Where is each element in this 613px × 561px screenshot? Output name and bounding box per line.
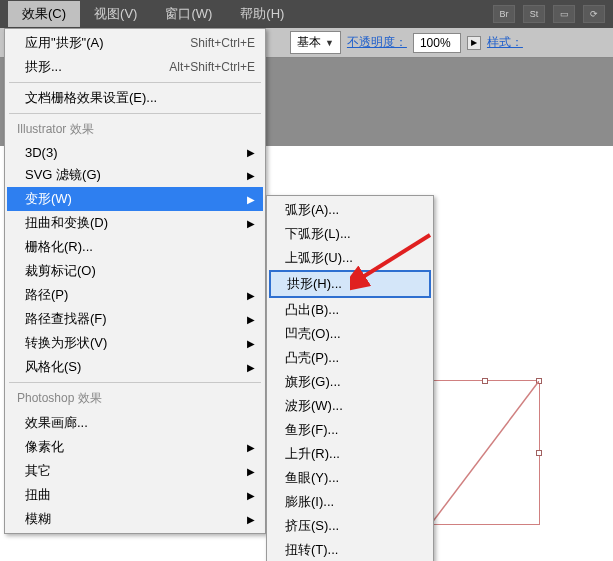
- handle-top-right[interactable]: [536, 378, 542, 384]
- submenu-arrow-icon: ▶: [247, 466, 255, 477]
- submenu-rise[interactable]: 上升(R)...: [269, 442, 431, 466]
- submenu-bulge[interactable]: 凸出(B)...: [269, 298, 431, 322]
- separator: [9, 113, 261, 114]
- sync-icon[interactable]: ⟳: [583, 5, 605, 23]
- menu-convert[interactable]: 转换为形状(V) ▶: [7, 331, 263, 355]
- menu-doc-raster-label: 文档栅格效果设置(E)...: [25, 89, 157, 107]
- submenu-arrow-icon: ▶: [247, 170, 255, 181]
- menu-pathfinder[interactable]: 路径查找器(F) ▶: [7, 307, 263, 331]
- bridge-icon[interactable]: Br: [493, 5, 515, 23]
- submenu-arch[interactable]: 拱形(H)...: [269, 270, 431, 298]
- submenu-arrow-icon: ▶: [247, 314, 255, 325]
- style-label[interactable]: 样式：: [487, 34, 523, 51]
- submenu-fisheye[interactable]: 鱼眼(Y)...: [269, 466, 431, 490]
- menu-blur-label: 模糊: [25, 510, 51, 528]
- shape-diagonal-line: [431, 381, 539, 524]
- menu-gallery[interactable]: 效果画廊...: [7, 411, 263, 435]
- transform-submenu: 弧形(A)... 下弧形(L)... 上弧形(U)... 拱形(H)... 凸出…: [266, 195, 434, 561]
- menu-svg-label: SVG 滤镜(G): [25, 166, 101, 184]
- separator: [9, 382, 261, 383]
- submenu-arrow-icon: ▶: [247, 194, 255, 205]
- submenu-twist[interactable]: 扭转(T)...: [269, 538, 431, 561]
- submenu-arc[interactable]: 弧形(A)...: [269, 198, 431, 222]
- svg-line-0: [431, 381, 539, 524]
- submenu-shell-upper[interactable]: 凸壳(P)...: [269, 346, 431, 370]
- menu-path-label: 路径(P): [25, 286, 68, 304]
- menu-arch-label: 拱形...: [25, 58, 62, 76]
- submenu-inflate[interactable]: 膨胀(I)...: [269, 490, 431, 514]
- submenu-shell-lower[interactable]: 凹壳(O)...: [269, 322, 431, 346]
- menu-stylize[interactable]: 风格化(S) ▶: [7, 355, 263, 379]
- menu-doc-raster[interactable]: 文档栅格效果设置(E)...: [7, 86, 263, 110]
- menu-crop[interactable]: 裁剪标记(O): [7, 259, 263, 283]
- menu-effects[interactable]: 效果(C): [8, 1, 80, 27]
- menu-apply-arch[interactable]: 应用"拱形"(A) Shift+Ctrl+E: [7, 31, 263, 55]
- menu-rasterize[interactable]: 栅格化(R)...: [7, 235, 263, 259]
- menu-distort-label: 扭曲和变换(D): [25, 214, 108, 232]
- submenu-arrow-icon: ▶: [247, 514, 255, 525]
- effects-menu: 应用"拱形"(A) Shift+Ctrl+E 拱形... Alt+Shift+C…: [4, 28, 266, 534]
- menu-distort2-label: 扭曲: [25, 486, 51, 504]
- menu-3d[interactable]: 3D(3) ▶: [7, 142, 263, 163]
- submenu-arrow-icon: ▶: [247, 218, 255, 229]
- stock-icon[interactable]: St: [523, 5, 545, 23]
- photoshop-effects-header: Photoshop 效果: [7, 386, 263, 411]
- menu-arch-shortcut: Alt+Shift+Ctrl+E: [169, 60, 255, 74]
- menu-crop-label: 裁剪标记(O): [25, 262, 96, 280]
- submenu-squeeze[interactable]: 挤压(S)...: [269, 514, 431, 538]
- menu-blur[interactable]: 模糊 ▶: [7, 507, 263, 531]
- menu-help[interactable]: 帮助(H): [226, 1, 298, 27]
- menubar: 效果(C) 视图(V) 窗口(W) 帮助(H) Br St ▭ ⟳: [0, 0, 613, 28]
- submenu-arrow-icon: ▶: [247, 290, 255, 301]
- menu-window[interactable]: 窗口(W): [151, 1, 226, 27]
- handle-top-mid[interactable]: [482, 378, 488, 384]
- menu-svg[interactable]: SVG 滤镜(G) ▶: [7, 163, 263, 187]
- menu-3d-label: 3D(3): [25, 145, 58, 160]
- menu-stylize-label: 风格化(S): [25, 358, 81, 376]
- menu-distort2[interactable]: 扭曲 ▶: [7, 483, 263, 507]
- style-dropdown[interactable]: 基本 ▼: [290, 31, 341, 54]
- menu-rasterize-label: 栅格化(R)...: [25, 238, 93, 256]
- menu-other[interactable]: 其它 ▶: [7, 459, 263, 483]
- arrange-icon[interactable]: ▭: [553, 5, 575, 23]
- style-dropdown-label: 基本: [297, 34, 321, 51]
- selection-bounding-box[interactable]: [430, 380, 540, 525]
- menu-apply-arch-label: 应用"拱形"(A): [25, 34, 104, 52]
- menu-path[interactable]: 路径(P) ▶: [7, 283, 263, 307]
- menu-arch[interactable]: 拱形... Alt+Shift+Ctrl+E: [7, 55, 263, 79]
- submenu-wave[interactable]: 波形(W)...: [269, 394, 431, 418]
- submenu-arc-upper[interactable]: 上弧形(U)...: [269, 246, 431, 270]
- submenu-arrow-icon: ▶: [247, 338, 255, 349]
- menu-transform-label: 变形(W): [25, 190, 72, 208]
- menu-pixelate-label: 像素化: [25, 438, 64, 456]
- menu-distort[interactable]: 扭曲和变换(D) ▶: [7, 211, 263, 235]
- opacity-input[interactable]: 100%: [413, 33, 461, 53]
- menu-convert-label: 转换为形状(V): [25, 334, 107, 352]
- submenu-arrow-icon: ▶: [247, 362, 255, 373]
- dropdown-arrow-icon: ▼: [325, 38, 334, 48]
- opacity-dropdown-arrow[interactable]: ▶: [467, 36, 481, 50]
- menu-pathfinder-label: 路径查找器(F): [25, 310, 107, 328]
- menubar-icons: Br St ▭ ⟳: [493, 5, 613, 23]
- submenu-arc-lower[interactable]: 下弧形(L)...: [269, 222, 431, 246]
- menu-apply-arch-shortcut: Shift+Ctrl+E: [190, 36, 255, 50]
- submenu-flag[interactable]: 旗形(G)...: [269, 370, 431, 394]
- handle-mid-right[interactable]: [536, 450, 542, 456]
- submenu-arrow-icon: ▶: [247, 147, 255, 158]
- menu-pixelate[interactable]: 像素化 ▶: [7, 435, 263, 459]
- menu-other-label: 其它: [25, 462, 51, 480]
- submenu-fish[interactable]: 鱼形(F)...: [269, 418, 431, 442]
- separator: [9, 82, 261, 83]
- submenu-arrow-icon: ▶: [247, 490, 255, 501]
- menu-view[interactable]: 视图(V): [80, 1, 151, 27]
- submenu-arrow-icon: ▶: [247, 442, 255, 453]
- illustrator-effects-header: Illustrator 效果: [7, 117, 263, 142]
- menu-gallery-label: 效果画廊...: [25, 414, 88, 432]
- opacity-label[interactable]: 不透明度：: [347, 34, 407, 51]
- menu-transform[interactable]: 变形(W) ▶: [7, 187, 263, 211]
